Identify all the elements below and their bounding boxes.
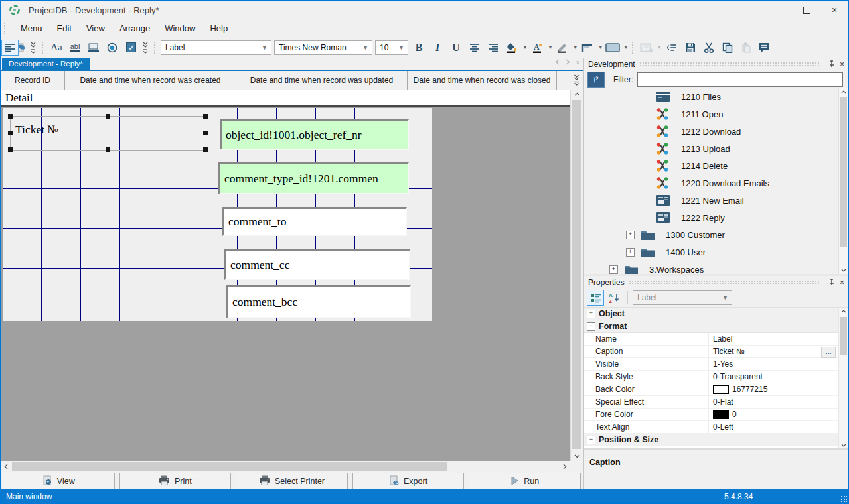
chevron-updown-icon[interactable] <box>30 41 37 54</box>
designer-vertical-scrollbar[interactable] <box>570 90 583 461</box>
property-row[interactable]: Visible1-Yes <box>584 358 848 371</box>
expand-icon[interactable]: + <box>587 310 595 318</box>
style-combobox[interactable]: Label▼ <box>161 40 271 55</box>
dropdown-arrow-icon[interactable]: ▼ <box>548 44 553 50</box>
menu-item-arrange[interactable]: Arrange <box>112 21 157 36</box>
tab-scroll-right-icon[interactable] <box>566 58 570 66</box>
column-header[interactable]: Date and time when record was closed <box>408 71 557 90</box>
paste-button[interactable] <box>737 40 755 56</box>
selection-handle[interactable] <box>203 131 208 135</box>
notes-button[interactable] <box>756 40 773 56</box>
align-right-button[interactable] <box>485 40 502 56</box>
property-category[interactable]: −Position & Size <box>584 434 848 446</box>
design-field[interactable]: comment_bcc <box>226 285 411 318</box>
expand-icon[interactable]: − <box>587 436 595 444</box>
shape-style-button[interactable] <box>604 40 621 56</box>
chevron-updown-icon[interactable] <box>142 41 149 54</box>
pin-icon[interactable] <box>828 279 835 286</box>
column-header[interactable]: Date and time when record was created <box>65 71 236 90</box>
scrollbar-thumb[interactable] <box>840 317 847 355</box>
scroll-up-icon[interactable] <box>839 90 848 94</box>
property-row[interactable]: Fore Color0 <box>584 409 848 421</box>
designer-horizontal-scrollbar[interactable] <box>1 461 570 472</box>
property-category[interactable]: −Format <box>584 320 848 333</box>
object-selector-combobox[interactable]: Label▼ <box>633 290 732 305</box>
dropdown-arrow-icon[interactable]: ▼ <box>623 44 629 50</box>
expand-icon[interactable]: − <box>587 322 595 331</box>
toolbar-grip[interactable] <box>3 22 7 35</box>
property-value[interactable]: 0-Transparent <box>709 372 848 381</box>
scroll-right-icon[interactable] <box>563 461 567 472</box>
toolbar-grip[interactable] <box>153 41 157 54</box>
select-printer-button[interactable]: Select Printer <box>236 473 348 491</box>
property-value[interactable]: 0-Left <box>709 422 848 432</box>
close-pane-icon[interactable]: × <box>840 278 844 287</box>
scrollbar-thumb[interactable] <box>840 97 847 247</box>
menu-item-view[interactable]: View <box>79 21 112 36</box>
navigate-object-button[interactable]: ↱ <box>587 72 605 88</box>
tab-development-reply[interactable]: Development - Reply* <box>2 58 90 70</box>
tree-item[interactable]: +3.Workspaces <box>584 261 848 274</box>
view-button[interactable]: View <box>3 473 115 491</box>
ellipsis-button[interactable]: ... <box>821 347 836 358</box>
minimize-button[interactable]: – <box>765 1 793 19</box>
font-combobox[interactable]: Times New Roman▼ <box>274 40 372 55</box>
filter-input[interactable] <box>637 72 843 87</box>
run-button[interactable]: Run <box>469 473 581 491</box>
selection-handle[interactable] <box>203 114 208 119</box>
design-field[interactable]: comment_type_id!1201.commen <box>218 162 409 194</box>
scroll-down-icon[interactable] <box>839 269 848 272</box>
cut-button[interactable] <box>700 40 718 56</box>
align-center-button[interactable] <box>466 40 483 56</box>
tree-item[interactable]: +1400 User <box>584 243 848 261</box>
tree-item[interactable]: 1222 Reply <box>584 209 848 226</box>
pen-color-button[interactable] <box>554 40 571 56</box>
copy-button[interactable] <box>719 40 736 56</box>
print-button[interactable]: Print <box>119 473 232 491</box>
scroll-left-icon[interactable] <box>4 461 8 472</box>
design-field[interactable]: object_id!1001.object_ref_nr <box>220 119 409 150</box>
resize-grip[interactable] <box>840 495 847 502</box>
design-surface[interactable]: Ticket №object_id!1001.object_ref_nrcomm… <box>1 108 570 461</box>
scrollbar-thumb[interactable] <box>572 100 581 449</box>
menu-item-edit[interactable]: Edit <box>50 21 79 36</box>
pane-drag-area[interactable] <box>629 280 820 285</box>
toolbar-grip[interactable] <box>41 41 44 54</box>
tree-scrollbar[interactable] <box>838 88 848 274</box>
property-value[interactable]: 0-Flat <box>709 397 848 407</box>
menu-item-menu[interactable]: Menu <box>13 21 50 36</box>
toolbar-grip[interactable] <box>631 41 635 54</box>
categorized-view-button[interactable] <box>587 290 604 306</box>
dropdown-arrow-icon[interactable]: ▼ <box>573 44 578 50</box>
design-field[interactable]: comment_cc <box>224 249 410 280</box>
scroll-up-icon[interactable] <box>839 310 848 313</box>
close-pane-icon[interactable]: × <box>840 60 844 69</box>
selection-handle[interactable] <box>106 114 110 119</box>
fill-color-button[interactable] <box>503 40 520 56</box>
property-row[interactable]: NameLabel <box>584 333 848 346</box>
selection-handle[interactable] <box>8 147 13 152</box>
field-list-button[interactable] <box>663 40 680 56</box>
scroll-down-icon[interactable] <box>839 444 848 447</box>
dropdown-arrow-icon[interactable]: ▼ <box>522 44 528 50</box>
design-field[interactable]: comment_to <box>222 207 407 236</box>
button-tool-button[interactable] <box>85 40 102 56</box>
tree-item[interactable]: 1212 Download <box>584 123 848 140</box>
tree-item[interactable]: 1211 Open <box>584 105 848 123</box>
property-row[interactable]: Back Color16777215 <box>584 383 848 396</box>
save-button[interactable] <box>682 40 699 56</box>
property-value[interactable]: Label <box>709 334 848 344</box>
checkbox-tool-button[interactable] <box>122 40 139 56</box>
tree-item[interactable]: 1214 Delete <box>584 157 848 174</box>
property-category[interactable]: +Object <box>584 308 848 320</box>
selection-handle[interactable] <box>106 147 110 152</box>
bold-button[interactable]: B <box>410 40 427 56</box>
menu-item-help[interactable]: Help <box>202 21 235 36</box>
property-row[interactable]: Special Effect0-Flat <box>584 396 848 409</box>
property-row[interactable]: CaptionTicket №... <box>584 346 848 358</box>
underline-button[interactable]: U <box>447 40 465 56</box>
align-left-button[interactable] <box>1 40 19 56</box>
insert-image-button[interactable] <box>638 40 655 56</box>
selection-handle[interactable] <box>8 114 13 119</box>
property-value[interactable]: 1-Yes <box>709 359 848 369</box>
